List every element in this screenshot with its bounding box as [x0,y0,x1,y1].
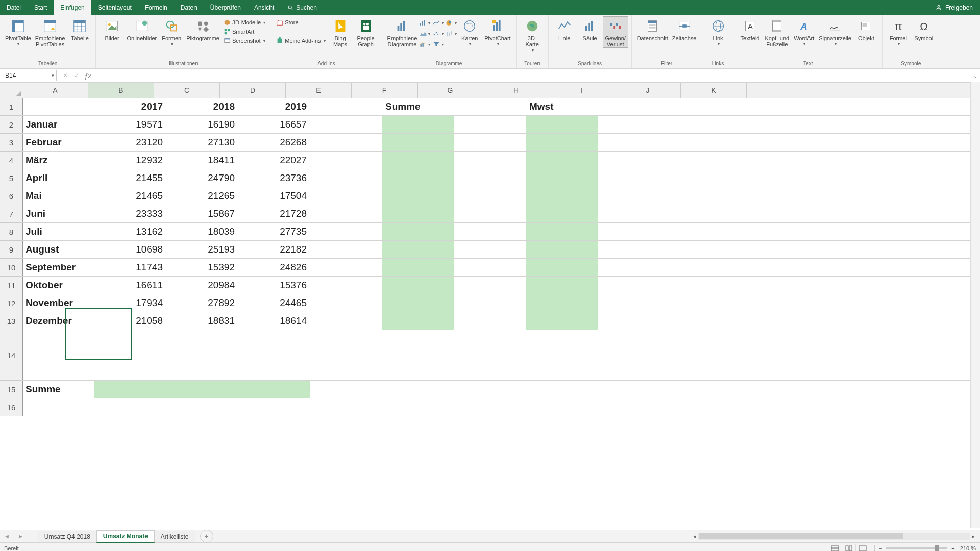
row-header-1[interactable]: 1 [0,98,22,116]
cell-J9[interactable] [670,241,742,258]
cell-C4[interactable]: 18411 [166,152,238,169]
cell-A9[interactable]: August [22,241,94,258]
cell-C14[interactable] [166,330,238,380]
col-header-D[interactable]: D [220,83,286,98]
cell-F10[interactable] [382,259,454,276]
object-button[interactable]: Objekt [853,16,879,41]
cell-C1[interactable]: 2018 [166,98,238,115]
add-sheet-button[interactable]: + [200,530,213,543]
slicer-button[interactable]: Datenschnitt [635,16,670,41]
cell-I3[interactable] [598,134,670,151]
cell-I7[interactable] [598,205,670,222]
cell-G8[interactable] [454,223,526,240]
cell-G11[interactable] [454,277,526,294]
cell-J12[interactable] [670,294,742,312]
enter-icon[interactable]: ✓ [71,72,82,79]
col-header-A[interactable]: A [22,83,88,98]
cell-K5[interactable] [742,169,814,187]
cell-J3[interactable] [670,134,742,151]
cell-F8[interactable] [382,223,454,240]
cell-D16[interactable] [238,398,310,416]
view-pagelayout-icon[interactable] [842,544,855,551]
cell-F11[interactable] [382,277,454,294]
cell-J15[interactable] [670,381,742,398]
cell-K8[interactable] [742,223,814,240]
cell-I11[interactable] [598,277,670,294]
cell-I13[interactable] [598,312,670,330]
cell-H12[interactable] [526,294,598,312]
cell-B13[interactable]: 21058 [94,312,166,330]
cell-G15[interactable] [454,381,526,398]
cell-E8[interactable] [310,223,382,240]
cell-B4[interactable]: 12932 [94,152,166,169]
tab-daten[interactable]: Daten [174,0,204,15]
header-footer-button[interactable]: Kopf- und Fußzeile [763,16,792,47]
cell-K7[interactable] [742,205,814,222]
cell-I16[interactable] [598,398,670,416]
sparkline-column-button[interactable]: Säule [577,16,603,41]
cell-B2[interactable]: 19571 [94,116,166,133]
pie-chart-icon[interactable]: ▾ [446,18,457,28]
row-header-7[interactable]: 7 [0,205,22,223]
cell-E11[interactable] [310,277,382,294]
cell-C9[interactable]: 25193 [166,241,238,258]
textbox-button[interactable]: ATextfeld [738,16,763,41]
cell-G6[interactable] [454,187,526,205]
cell-A3[interactable]: Februar [22,134,94,151]
zoom-in-button[interactable]: + [951,545,954,551]
col-header-C[interactable]: C [154,83,220,98]
cell-H5[interactable] [526,169,598,187]
cell-J7[interactable] [670,205,742,222]
cell-F12[interactable] [382,294,454,312]
store-button[interactable]: Store [274,18,327,27]
funnel-chart-icon[interactable]: ▾ [432,40,444,49]
zoom-slider[interactable] [886,547,947,549]
cell-J14[interactable] [670,330,742,380]
cancel-icon[interactable]: ✕ [60,72,71,79]
bing-maps-button[interactable]: Bing Maps [328,16,353,47]
people-graph-button[interactable]: People Graph [353,16,379,47]
col-header-K[interactable]: K [681,83,747,98]
cell-F9[interactable] [382,241,454,258]
cell-G14[interactable] [454,330,526,380]
cell-D12[interactable]: 24465 [238,294,310,312]
cell-D6[interactable]: 17504 [238,187,310,205]
cell-J6[interactable] [670,187,742,205]
sheet-nav-prev[interactable]: ◄ [0,533,14,539]
cell-D11[interactable]: 15376 [238,277,310,294]
cell-B3[interactable]: 23120 [94,134,166,151]
share-button[interactable]: Freigeben [928,0,980,15]
cell-G16[interactable] [454,398,526,416]
expand-formula-icon[interactable]: ⌄ [971,73,980,79]
cell-K9[interactable] [742,241,814,258]
cell-K6[interactable] [742,187,814,205]
tab-ansicht[interactable]: Ansicht [248,0,281,15]
col-header-B[interactable]: B [88,83,154,98]
cell-F7[interactable] [382,205,454,222]
view-normal-icon[interactable] [828,544,842,551]
cell-I1[interactable] [598,98,670,115]
tell-me-search[interactable]: Suchen [281,0,324,15]
cell-K15[interactable] [742,381,814,398]
cell-C13[interactable]: 18831 [166,312,238,330]
cell-C10[interactable]: 15392 [166,259,238,276]
cell-A5[interactable]: April [22,169,94,187]
cell-A7[interactable]: Juni [22,205,94,222]
cell-H13[interactable] [526,312,598,330]
cell-I12[interactable] [598,294,670,312]
cell-A4[interactable]: März [22,152,94,169]
cell-H8[interactable] [526,223,598,240]
tab-ueberpruefen[interactable]: Überprüfen [204,0,248,15]
cell-J4[interactable] [670,152,742,169]
sparkline-line-button[interactable]: Linie [552,16,577,41]
signature-line-button[interactable]: Signaturzeile▾ [817,16,853,47]
cell-E9[interactable] [310,241,382,258]
stock-chart-icon[interactable]: ▾ [446,29,457,38]
area-chart-icon[interactable]: ▾ [419,29,430,38]
cell-I4[interactable] [598,152,670,169]
cell-F2[interactable] [382,116,454,133]
cell-D13[interactable]: 18614 [238,312,310,330]
cell-G4[interactable] [454,152,526,169]
sheet-tab-2[interactable]: Umsatz Monate [96,530,155,543]
cell-E12[interactable] [310,294,382,312]
